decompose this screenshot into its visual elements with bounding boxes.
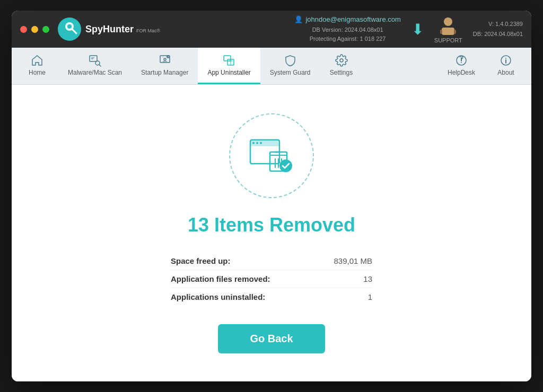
titlebar: SpyHunter FOR Mac® 👤 johndoe@enigmasoftw… (12, 11, 531, 48)
logo-icon (58, 17, 81, 41)
version-info: V: 1.4.0.2389 DB: 2024.04.08x01 (473, 19, 523, 39)
svg-point-23 (461, 62, 462, 63)
svg-rect-28 (250, 140, 279, 146)
download-button[interactable]: ⬇ (411, 21, 424, 38)
protecting-label: Protecting Against: (310, 35, 358, 42)
nav-startup-label: Startup Manager (141, 69, 188, 76)
close-button[interactable] (20, 26, 27, 33)
result-title: 13 Items Removed (188, 214, 355, 236)
logo-text-area: SpyHunter FOR Mac® (85, 24, 160, 34)
nav-systemguard-label: System Guard (270, 69, 311, 76)
logo-for-mac: FOR Mac® (136, 28, 160, 33)
nav-item-appuninstaller[interactable]: App Uninstaller (198, 48, 260, 84)
stat-files-label: Application files removed: (171, 274, 270, 283)
svg-point-14 (164, 58, 166, 60)
svg-point-31 (260, 142, 262, 144)
support-label: SUPPORT (434, 37, 462, 43)
system-guard-icon (284, 54, 296, 67)
svg-point-4 (444, 17, 452, 26)
svg-line-10 (99, 65, 101, 66)
logo-area: SpyHunter FOR Mac® (58, 17, 160, 41)
logo-spyhunter: SpyHunter (85, 24, 134, 34)
main-content: 13 Items Removed Space freed up: 839,01 … (12, 85, 531, 381)
about-icon (500, 54, 512, 67)
stat-row-apps: Applications uninstalled: 1 (171, 288, 372, 306)
svg-rect-7 (454, 30, 456, 34)
db-version-display: DB: 2024.04.08x01 (473, 29, 523, 39)
svg-point-20 (340, 59, 343, 62)
stat-files-value: 13 (363, 274, 372, 283)
nav-item-helpdesk[interactable]: HelpDesk (438, 48, 485, 84)
app-window: SpyHunter FOR Mac® 👤 johndoe@enigmasoftw… (12, 11, 531, 381)
stat-space-value: 839,01 MB (334, 256, 372, 265)
stat-apps-value: 1 (368, 292, 372, 301)
helpdesk-icon (455, 54, 468, 67)
svg-point-38 (279, 159, 292, 172)
svg-point-30 (256, 142, 258, 144)
window-controls (20, 26, 49, 33)
nav-item-systemguard[interactable]: System Guard (260, 48, 320, 84)
stat-apps-label: Applications uninstalled: (171, 292, 265, 301)
header-info: 👤 johndoe@enigmasoftware.com DB Version:… (294, 14, 400, 44)
app-uninstaller-icon (223, 54, 235, 67)
nav-settings-label: Settings (330, 69, 353, 76)
stat-row-space: Space freed up: 839,01 MB (171, 252, 372, 270)
nav-spacer (363, 48, 438, 84)
startup-icon (159, 54, 171, 67)
nav-item-startup[interactable]: Startup Manager (132, 48, 198, 84)
nav-item-home[interactable]: Home (16, 48, 58, 84)
svg-point-29 (252, 142, 255, 144)
minimize-button[interactable] (31, 26, 38, 33)
support-button[interactable]: SUPPORT (434, 15, 462, 43)
maximize-button[interactable] (42, 26, 49, 33)
stat-row-files: Application files removed: 13 (171, 270, 372, 288)
svg-rect-6 (440, 30, 442, 34)
nav-item-settings[interactable]: Settings (320, 48, 363, 84)
user-email-area: 👤 johndoe@enigmasoftware.com (294, 14, 400, 25)
nav-item-malware[interactable]: Malware/Mac Scan (58, 48, 132, 84)
malware-scan-icon (89, 54, 101, 67)
user-email: johndoe@enigmasoftware.com (305, 14, 400, 25)
nav-item-about[interactable]: About (485, 48, 527, 84)
support-icon (438, 15, 458, 35)
nav-helpdesk-label: HelpDesk (448, 69, 475, 76)
nav-home-label: Home (29, 69, 46, 76)
svg-point-15 (167, 55, 170, 58)
svg-point-2 (67, 24, 72, 29)
header-actions: ⬇ SUPPORT V: 1.4.0.2389 DB: 2024.04.08x0… (411, 15, 523, 43)
navbar: Home Malware/Mac Scan Startup Manager (12, 48, 531, 85)
settings-icon (335, 54, 348, 67)
protecting-count: 1 018 227 (360, 35, 386, 42)
result-icon-container (229, 113, 314, 198)
db-version-label: DB Version: (312, 26, 343, 33)
db-version-value: 2024.04.08x01 (345, 26, 383, 33)
svg-rect-5 (442, 28, 454, 35)
db-info: DB Version: 2024.04.08x01 Protecting Aga… (310, 25, 386, 44)
go-back-button[interactable]: Go Back (218, 324, 325, 353)
nav-malware-label: Malware/Mac Scan (68, 69, 122, 76)
nav-about-label: About (497, 69, 514, 76)
uninstall-result-icon (248, 132, 295, 180)
version-number: V: 1.4.0.2389 (473, 19, 523, 29)
stats-table: Space freed up: 839,01 MB Application fi… (171, 252, 372, 306)
nav-appuninstaller-label: App Uninstaller (207, 69, 250, 76)
stat-space-label: Space freed up: (171, 256, 231, 265)
svg-point-26 (505, 58, 506, 59)
home-icon (31, 54, 43, 67)
user-icon: 👤 (294, 14, 303, 25)
